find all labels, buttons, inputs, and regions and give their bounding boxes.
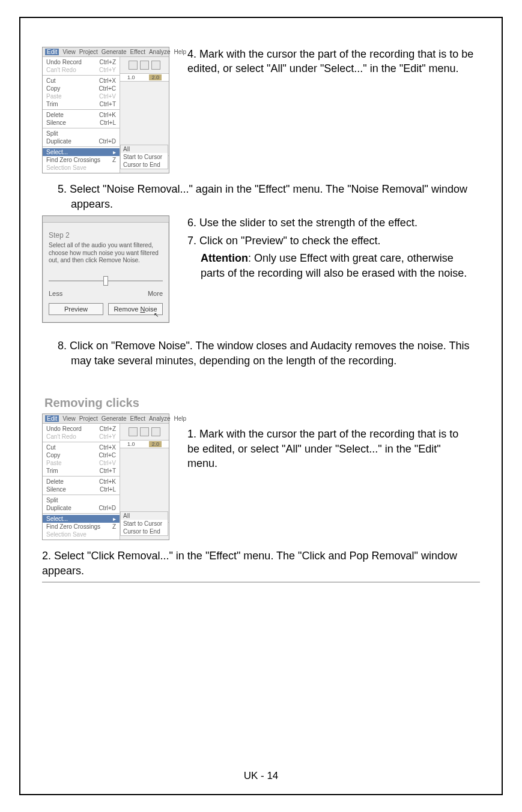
clicks-step-1-text: 1. Mark with the cursor the part of the …	[187, 427, 470, 471]
section-heading-removing-clicks: Removing clicks	[44, 396, 480, 410]
menubar-edit: Edit	[45, 49, 59, 55]
preview-button: Preview	[49, 303, 103, 315]
footer-rule	[42, 582, 480, 583]
step-6-text: 6. Use the slider to set the strength of…	[187, 215, 480, 230]
strength-slider	[49, 274, 163, 287]
step-7a-text: 7. Click on "Preview" to check the effec…	[187, 233, 480, 248]
step-8-text: 8. Click on "Remove Noise". The window c…	[42, 338, 480, 368]
noise-removal-dialog-screenshot: Step 2 Select all of the audio you want …	[42, 215, 169, 323]
edit-menu-screenshot-2: Edit View Project Generate Effect Analyz…	[42, 414, 169, 540]
step-5-text: 5. Select "Noise Removal..." again in th…	[42, 182, 480, 212]
step-4-text: 4. Mark with the cursor the part of the …	[187, 47, 480, 76]
remove-noise-button: Remove Noise ↖	[108, 303, 163, 315]
clicks-step-2-text: 2. Select "Click Removal..." in the "Eff…	[42, 549, 480, 579]
step-7b-text: Attention: Only use Effect with great ca…	[187, 251, 480, 281]
cursor-icon: ↖	[154, 311, 159, 318]
page-footer: UK - 14	[20, 770, 502, 782]
edit-menu-screenshot-1: Edit View Project Generate Effect Analyz…	[42, 47, 169, 173]
